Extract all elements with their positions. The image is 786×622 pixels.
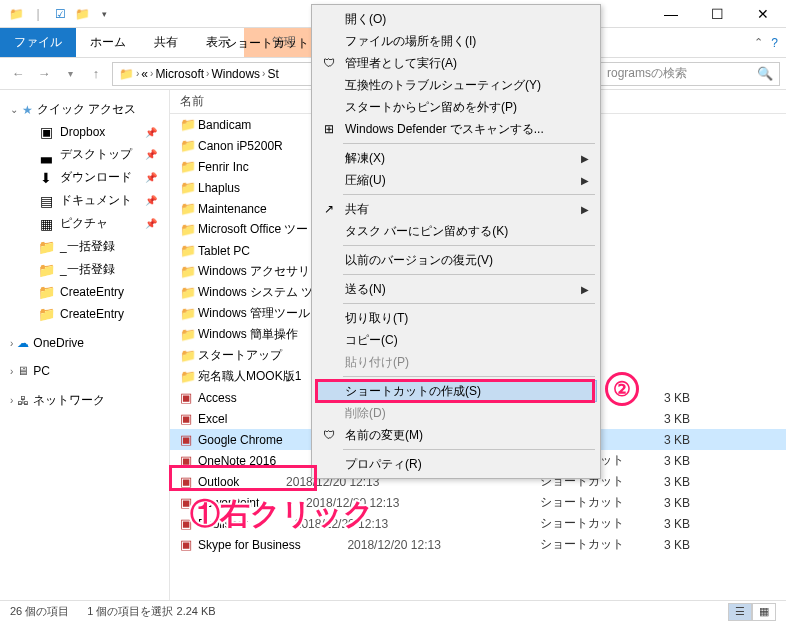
view-icons-button[interactable]: ▦ — [752, 603, 776, 621]
submenu-arrow-icon: ▶ — [581, 153, 589, 164]
nav-pc[interactable]: › 🖥 PC — [0, 361, 169, 381]
view-details-button[interactable]: ☰ — [728, 603, 752, 621]
minimize-button[interactable]: — — [648, 0, 694, 28]
nav-item-label: CreateEntry — [60, 307, 124, 321]
ribbon-collapse-icon[interactable]: ⌃ — [754, 36, 763, 49]
menu-item[interactable]: タスク バーにピン留めする(K) — [315, 220, 597, 242]
nav-item-icon: ▣ — [38, 124, 54, 140]
close-button[interactable]: ✕ — [740, 0, 786, 28]
chevron-right-icon[interactable]: › — [10, 338, 13, 349]
nav-pc-label: PC — [33, 364, 50, 378]
chevron-right-icon[interactable]: › — [10, 395, 13, 406]
menu-item-label: ファイルの場所を開く(I) — [345, 33, 476, 50]
breadcrumb-seg[interactable]: Windows — [211, 67, 260, 81]
menu-item-label: ショートカットの作成(S) — [345, 383, 481, 400]
menu-separator — [343, 245, 595, 246]
menu-item[interactable]: 開く(O) — [315, 8, 597, 30]
menu-item[interactable]: 送る(N)▶ — [315, 278, 597, 300]
menu-item-label: Windows Defender でスキャンする... — [345, 121, 544, 138]
chevron-right-icon[interactable]: › — [136, 68, 139, 79]
nav-item[interactable]: ▦ピクチャ📌 — [0, 212, 169, 235]
ribbon-context-tab[interactable]: ショートカット ツ — [225, 28, 324, 58]
nav-network[interactable]: › 🖧 ネットワーク — [0, 389, 169, 412]
nav-recent-dropdown[interactable]: ▾ — [58, 62, 82, 86]
folder-icon: 📁 — [180, 285, 198, 301]
nav-item[interactable]: 📁CreateEntry — [0, 303, 169, 325]
nav-item[interactable]: ▃デスクトップ📌 — [0, 143, 169, 166]
help-icon[interactable]: ? — [771, 36, 778, 50]
menu-item[interactable]: ファイルの場所を開く(I) — [315, 30, 597, 52]
breadcrumb-root-icon[interactable]: 📁 — [119, 67, 134, 81]
status-count: 26 個の項目 — [10, 604, 69, 619]
tab-home[interactable]: ホーム — [76, 28, 140, 57]
menu-item[interactable]: 切り取り(T) — [315, 307, 597, 329]
file-size: 3 KB — [630, 454, 710, 468]
menu-item[interactable]: 貼り付け(P) — [315, 351, 597, 373]
table-row[interactable]: ▣Skype for Business 2018/12/20 12:13ショート… — [170, 534, 786, 555]
menu-item[interactable]: 解凍(X)▶ — [315, 147, 597, 169]
menu-item[interactable]: 🛡名前の変更(M) — [315, 424, 597, 446]
chevron-right-icon[interactable]: › — [10, 366, 13, 377]
menu-item-icon: ⊞ — [321, 121, 337, 137]
nav-onedrive[interactable]: › ☁ OneDrive — [0, 333, 169, 353]
breadcrumb-ellipsis[interactable]: « — [141, 67, 148, 81]
file-size: 3 KB — [630, 538, 710, 552]
menu-item-label: 送る(N) — [345, 281, 386, 298]
menu-item-label: 管理者として実行(A) — [345, 55, 457, 72]
nav-item-label: ドキュメント — [60, 192, 132, 209]
chevron-right-icon[interactable]: › — [206, 68, 209, 79]
menu-item[interactable]: 互換性のトラブルシューティング(Y) — [315, 74, 597, 96]
search-input[interactable]: rogramsの検索 🔍 — [600, 62, 780, 86]
folder-icon: 📁 — [8, 6, 24, 22]
menu-item-label: 圧縮(U) — [345, 172, 386, 189]
menu-item[interactable]: ↗共有▶ — [315, 198, 597, 220]
nav-item-label: ピクチャ — [60, 215, 108, 232]
nav-item[interactable]: ⬇ダウンロード📌 — [0, 166, 169, 189]
nav-item-label: CreateEntry — [60, 285, 124, 299]
menu-item[interactable]: スタートからピン留めを外す(P) — [315, 96, 597, 118]
menu-item[interactable]: 削除(D) — [315, 402, 597, 424]
nav-quick-access[interactable]: ⌄ ★ クイック アクセス — [0, 98, 169, 121]
shortcut-icon: ▣ — [180, 453, 198, 469]
tab-share[interactable]: 共有 — [140, 28, 192, 57]
menu-item[interactable]: コピー(C) — [315, 329, 597, 351]
menu-separator — [343, 303, 595, 304]
search-icon[interactable]: 🔍 — [757, 66, 773, 81]
menu-separator — [343, 143, 595, 144]
nav-forward-button[interactable]: → — [32, 62, 56, 86]
file-size: 3 KB — [630, 496, 710, 510]
star-icon: ★ — [22, 103, 33, 117]
nav-network-label: ネットワーク — [33, 392, 105, 409]
menu-item[interactable]: ショートカットの作成(S) — [315, 380, 597, 402]
nav-item[interactable]: 📁CreateEntry — [0, 281, 169, 303]
menu-item[interactable]: 🛡管理者として実行(A) — [315, 52, 597, 74]
nav-back-button[interactable]: ← — [6, 62, 30, 86]
menu-item[interactable]: プロパティ(R) — [315, 453, 597, 475]
menu-item-icon: 🛡 — [321, 427, 337, 443]
breadcrumb-seg[interactable]: Microsoft — [155, 67, 204, 81]
nav-item[interactable]: 📁_一括登録 — [0, 258, 169, 281]
menu-separator — [343, 274, 595, 275]
nav-item[interactable]: ▤ドキュメント📌 — [0, 189, 169, 212]
shortcut-icon: ▣ — [180, 537, 198, 553]
menu-item[interactable]: 以前のバージョンの復元(V) — [315, 249, 597, 271]
pin-icon: 📌 — [145, 127, 163, 138]
chevron-right-icon[interactable]: › — [150, 68, 153, 79]
menu-item-label: 互換性のトラブルシューティング(Y) — [345, 77, 541, 94]
qat-btn[interactable]: 📁 — [74, 6, 90, 22]
chevron-down-icon[interactable]: ⌄ — [10, 104, 18, 115]
onedrive-icon: ☁ — [17, 336, 29, 350]
file-size: 3 KB — [630, 475, 710, 489]
qat-checkbox-icon[interactable]: ☑ — [52, 6, 68, 22]
tab-file[interactable]: ファイル — [0, 28, 76, 57]
maximize-button[interactable]: ☐ — [694, 0, 740, 28]
qat-dropdown[interactable]: ▾ — [96, 6, 112, 22]
status-bar: 26 個の項目 1 個の項目を選択 2.24 KB ☰ ▦ — [0, 600, 786, 622]
nav-item[interactable]: 📁_一括登録 — [0, 235, 169, 258]
menu-item[interactable]: 圧縮(U)▶ — [315, 169, 597, 191]
breadcrumb-seg[interactable]: St — [267, 67, 278, 81]
nav-item[interactable]: ▣Dropbox📌 — [0, 121, 169, 143]
nav-up-button[interactable]: ↑ — [84, 62, 108, 86]
menu-item[interactable]: ⊞Windows Defender でスキャンする... — [315, 118, 597, 140]
chevron-right-icon[interactable]: › — [262, 68, 265, 79]
